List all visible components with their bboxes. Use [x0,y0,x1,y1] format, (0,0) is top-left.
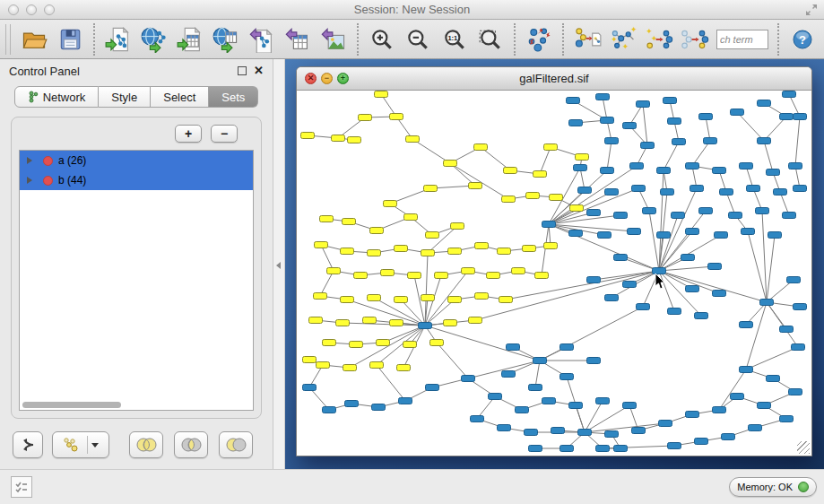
graph-node[interactable] [430,340,444,346]
import-network-file-button[interactable] [100,22,136,56]
graph-node[interactable] [390,320,403,326]
save-session-button[interactable] [52,22,88,56]
graph-node[interactable] [758,100,771,107]
graph-node[interactable] [320,216,334,222]
graph-node[interactable] [768,232,782,239]
graph-node[interactable] [341,297,354,303]
select-first-neighbors-button[interactable]: ✦ ✦ [641,22,677,56]
graph-node[interactable] [623,123,637,129]
graph-node[interactable] [498,425,511,431]
graph-node[interactable] [578,430,592,436]
graph-node[interactable] [569,120,583,126]
graph-node[interactable] [758,403,771,409]
graph-node[interactable] [526,193,540,199]
graph-node[interactable] [657,232,671,239]
graph-node[interactable] [350,342,363,348]
graph-node[interactable] [408,273,421,279]
task-history-button[interactable] [11,476,32,498]
graph-node[interactable] [731,394,744,400]
graph-node[interactable] [596,446,610,452]
graph-node[interactable] [794,186,807,192]
graph-node[interactable] [474,144,488,151]
graph-node[interactable] [720,189,733,196]
graph-node[interactable] [576,154,589,161]
graph-node[interactable] [747,186,760,192]
graph-node[interactable] [780,114,794,120]
graph-node[interactable] [390,114,403,120]
graph-node[interactable] [668,443,681,449]
graph-node[interactable] [704,138,717,144]
graph-node[interactable] [404,214,418,221]
import-table-url-button[interactable] [208,22,244,56]
graph-node[interactable] [444,320,457,326]
graph-node[interactable] [690,186,704,192]
network-graph[interactable] [297,91,811,456]
graph-node[interactable] [529,446,542,452]
graph-node[interactable] [368,250,381,256]
apply-layout-button[interactable] [521,22,557,56]
graph-node[interactable] [731,109,744,116]
remove-set-button[interactable]: − [211,125,238,143]
graph-node[interactable] [569,403,583,409]
dropdown-caret-icon[interactable] [91,443,99,448]
graph-node[interactable] [462,268,475,274]
graph-node[interactable] [722,434,735,440]
graph-node[interactable] [794,304,807,310]
graph-node[interactable] [672,213,685,219]
graph-node[interactable] [767,376,780,382]
graph-node[interactable] [664,98,677,104]
panel-splitter[interactable] [273,59,285,469]
graph-node[interactable] [792,344,805,351]
network-canvas[interactable] [297,91,811,456]
graph-node[interactable] [783,91,796,98]
graph-node[interactable] [668,308,681,315]
graph-node[interactable] [529,385,542,391]
graph-node[interactable] [448,248,462,255]
graph-node[interactable] [614,213,628,219]
graph-node[interactable] [574,165,587,171]
difference-sets-button[interactable] [219,431,253,458]
graph-node[interactable] [601,168,614,174]
split-set-button[interactable] [13,431,43,458]
graph-node[interactable] [462,376,475,382]
graph-node[interactable] [686,412,699,418]
graph-node[interactable] [596,94,610,100]
export-image-button[interactable] [316,22,351,56]
collapse-panel-icon[interactable] [276,262,281,269]
graph-node[interactable] [632,186,646,192]
zoom-actual-size-button[interactable]: 1:1 [437,22,473,56]
graph-node[interactable] [542,398,556,404]
graph-node[interactable] [303,357,317,363]
graph-node[interactable] [512,268,525,274]
graph-node[interactable] [444,161,457,167]
open-session-button[interactable] [16,22,52,56]
tab-select[interactable]: Select [151,86,209,108]
graph-node[interactable] [740,163,753,169]
frame-close-button[interactable]: ✕ [305,73,317,84]
graph-node[interactable] [774,189,787,196]
tab-network[interactable]: Network [14,86,100,108]
graph-node[interactable] [657,168,671,174]
graph-node[interactable] [628,229,641,235]
close-panel-icon[interactable]: ✕ [254,66,264,75]
graph-node[interactable] [345,401,359,407]
graph-node[interactable] [637,304,650,310]
graph-node[interactable] [498,248,511,255]
graph-node[interactable] [623,403,637,409]
graph-node[interactable] [681,255,695,261]
first-neighbors-button[interactable]: ✦ ✦ ✦ [605,22,641,56]
graph-node[interactable] [715,232,728,239]
graph-node[interactable] [713,407,726,413]
graph-node[interactable] [598,232,611,239]
graph-node[interactable] [469,317,482,324]
graph-node[interactable] [421,250,435,256]
graph-node[interactable] [643,208,656,214]
graph-node[interactable] [699,208,713,214]
add-set-button[interactable]: + [175,125,202,143]
graph-node[interactable] [314,293,327,300]
graph-node[interactable] [740,367,753,373]
tab-sets[interactable]: Sets [209,86,258,108]
graph-node[interactable] [384,201,397,207]
graph-node[interactable] [421,295,435,301]
graph-node[interactable] [424,186,438,192]
